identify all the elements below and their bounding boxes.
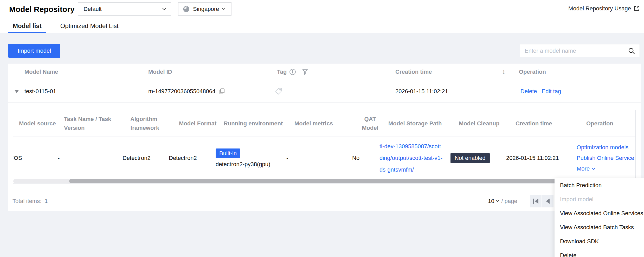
- menu-item-import-model: Import model: [555, 192, 644, 206]
- top-bar: Model Repository Default Singapore Model…: [0, 0, 644, 23]
- column-version-operation: Operation: [586, 110, 628, 137]
- tab-optimized-model-list-label: Optimized Model List: [60, 22, 119, 29]
- chevron-down-icon: [222, 6, 225, 10]
- page-size-select[interactable]: 10: [488, 198, 499, 205]
- optimization-models-link[interactable]: Optimization models: [577, 144, 628, 151]
- page-size-value: 10: [488, 198, 494, 205]
- column-operation: Operation: [519, 64, 546, 80]
- model-metrics-cell: -: [286, 137, 288, 179]
- qat-model-cell: No: [352, 137, 359, 179]
- model-storage-path-cell: ti-dev-1309585087/scottding/output/scott…: [379, 137, 444, 179]
- row-operations: Delete Edit tag: [520, 80, 561, 103]
- edit-tag-link[interactable]: Edit tag: [542, 88, 561, 95]
- model-row: test-0115-01 m-1497720036055048064 2026-…: [8, 80, 641, 103]
- search-input[interactable]: [524, 47, 628, 55]
- column-algorithm-framework: Algorithm framework: [130, 110, 169, 137]
- page-size-control: 10 / page: [488, 191, 517, 211]
- page-title: Model Repository: [9, 5, 75, 14]
- column-tag: Tag: [277, 64, 296, 80]
- collapse-triangle-icon: [14, 90, 19, 93]
- first-page-button[interactable]: [530, 195, 542, 207]
- table-footer: Total items: 1 10 / page: [8, 191, 641, 211]
- model-source-cell: COS: [13, 137, 22, 179]
- tag-filter[interactable]: [302, 64, 308, 80]
- workspace-select-value: Default: [83, 6, 102, 12]
- region-select-value: Singapore: [193, 6, 219, 12]
- model-name-cell: test-0115-01: [24, 80, 56, 103]
- column-model-id: Model ID: [148, 64, 172, 80]
- built-in-badge: Built-in: [216, 148, 240, 158]
- running-environment-value: detectron2-py38(gpu): [216, 161, 270, 168]
- first-page-icon: [533, 199, 534, 204]
- filter-icon: [302, 69, 308, 75]
- menu-item-view-associated-batch-tasks[interactable]: View Associated Batch Tasks: [555, 220, 644, 234]
- more-dropdown-trigger[interactable]: More: [577, 165, 595, 172]
- more-label: More: [577, 165, 590, 172]
- column-model-source: Model source: [19, 110, 61, 137]
- copy-icon[interactable]: [218, 88, 225, 95]
- menu-item-delete[interactable]: Delete: [555, 248, 644, 257]
- search-icon[interactable]: [628, 47, 635, 55]
- tab-bar: Model list Optimized Model List: [0, 23, 644, 33]
- task-name-cell: -: [58, 137, 60, 179]
- column-model-format: Model Format: [179, 110, 226, 137]
- storage-path-link[interactable]: ti-dev-1309585087/scottding/output/scott…: [379, 140, 444, 175]
- menu-item-view-associated-online-services[interactable]: View Associated Online Services: [555, 206, 644, 220]
- horizontal-scrollbar-thumb[interactable]: [69, 179, 585, 183]
- page-size-suffix: / page: [501, 198, 517, 205]
- chevron-down-icon: [162, 6, 166, 10]
- globe-icon: [183, 5, 190, 13]
- workspace-select[interactable]: Default: [78, 2, 171, 16]
- more-actions-menu: Batch Prediction Import model View Assoc…: [555, 178, 644, 257]
- total-items-value: 1: [44, 198, 48, 205]
- column-model-cleanup: Model Cleanup: [459, 110, 511, 137]
- tag-icon: [274, 87, 283, 96]
- external-link-icon: [634, 5, 640, 12]
- tab-model-list[interactable]: Model list: [8, 23, 46, 33]
- model-repository-page: Model Repository Default Singapore Model…: [0, 0, 644, 257]
- total-items-label: Total items:: [12, 198, 41, 205]
- menu-item-batch-prediction[interactable]: Batch Prediction: [555, 178, 644, 192]
- import-model-button[interactable]: Import model: [8, 44, 60, 58]
- model-id-value: m-1497720036055048064: [148, 88, 215, 95]
- model-format-cell: Detectron2: [169, 137, 197, 179]
- chevron-down-icon: [496, 199, 499, 202]
- model-cleanup-cell: Not enabled: [450, 137, 490, 179]
- tag-cell[interactable]: [274, 80, 283, 103]
- total-items: Total items: 1: [12, 191, 48, 211]
- version-row: COS - Detectron2 Detectron2 Built-in det…: [13, 137, 635, 179]
- menu-item-download-sdk[interactable]: Download SDK: [555, 234, 644, 248]
- version-operations-cell: Optimization models Publish Online Servi…: [577, 137, 634, 179]
- horizontal-scrollbar-track[interactable]: [13, 179, 635, 183]
- sort-icon: ↕: [502, 68, 505, 76]
- delete-link[interactable]: Delete: [520, 88, 537, 95]
- algorithm-framework-cell: Detectron2: [123, 137, 151, 179]
- model-id-cell: m-1497720036055048064: [148, 80, 225, 103]
- row-expander[interactable]: [14, 80, 19, 103]
- creation-time-cell: 2026-01-15 11:02:21: [395, 80, 448, 103]
- column-qat-model: QAT Model: [356, 110, 384, 137]
- not-enabled-badge: Not enabled: [450, 153, 490, 163]
- version-creation-time-cell: 2026-01-15 11:02:21: [506, 137, 559, 179]
- model-table-header: Model Name Model ID Tag Creation time ↕ …: [8, 64, 641, 80]
- column-running-environment: Running environment: [224, 110, 291, 137]
- previous-page-button[interactable]: [542, 195, 553, 207]
- model-table-card: Model Name Model ID Tag Creation time ↕ …: [8, 64, 641, 211]
- version-table: Model source Task Name / Task Version Al…: [13, 110, 636, 184]
- column-model-name: Model Name: [24, 64, 58, 80]
- tab-optimized-model-list[interactable]: Optimized Model List: [56, 23, 123, 33]
- info-icon[interactable]: [289, 69, 296, 75]
- tab-model-list-label: Model list: [13, 22, 42, 29]
- prev-page-icon: [546, 199, 550, 204]
- region-select[interactable]: Singapore: [178, 2, 231, 16]
- column-model-metrics: Model metrics: [294, 110, 341, 137]
- model-repository-usage-link[interactable]: Model Repository Usage: [568, 0, 640, 17]
- model-search-box: [520, 44, 640, 57]
- chevron-down-icon: [592, 166, 595, 170]
- column-version-creation-time: Creation time: [516, 110, 568, 137]
- column-model-storage-path: Model Storage Path: [388, 110, 456, 137]
- publish-online-service-link[interactable]: Publish Online Service: [577, 154, 634, 162]
- sort-control[interactable]: ↕: [502, 64, 505, 80]
- column-task-name-version: Task Name / Task Version: [64, 110, 117, 137]
- column-creation-time: Creation time: [395, 64, 432, 80]
